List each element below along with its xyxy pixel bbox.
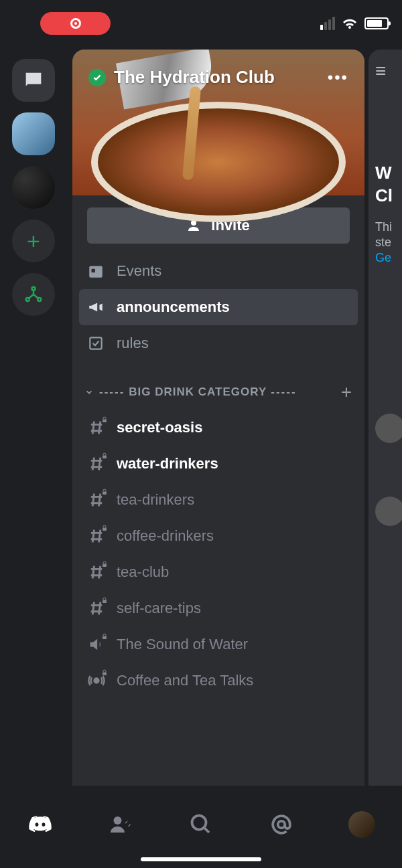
category-header[interactable]: ----- BIG DRINK CATEGORY ----- +: [72, 364, 364, 410]
channel-label: self-care-tips: [117, 600, 201, 617]
lock-icon: [100, 560, 109, 568]
lock-icon: [100, 596, 109, 604]
tab-search[interactable]: [181, 804, 221, 845]
nav-announcements[interactable]: announcements: [79, 289, 358, 325]
lock-icon: [100, 452, 109, 460]
svg-rect-9: [103, 492, 107, 495]
svg-rect-4: [89, 266, 103, 277]
svg-rect-11: [103, 564, 107, 568]
server-rail: +: [0, 54, 67, 316]
channel-label: secret-oasis: [117, 419, 202, 436]
peek-title-1: W: [375, 163, 392, 183]
screen-recording-indicator[interactable]: [40, 12, 111, 35]
peek-sub-1: Thi: [375, 220, 392, 234]
hashtag-icon: [87, 599, 106, 618]
at-icon: [269, 812, 293, 837]
tab-friends[interactable]: [100, 804, 141, 845]
svg-point-17: [192, 816, 206, 830]
server-name: The Hydration Club: [114, 67, 328, 88]
svg-rect-6: [90, 337, 101, 349]
peek-sub-2: ste: [375, 236, 391, 249]
content-peek-panel[interactable]: ≡ WCl ThisteGe: [368, 50, 402, 786]
server-menu-button[interactable]: •••: [328, 68, 348, 87]
direct-messages-button[interactable]: [12, 59, 55, 102]
search-icon: [189, 812, 213, 837]
calendar-icon: [87, 262, 105, 280]
server-banner: The Hydration Club •••: [72, 50, 364, 195]
channel-the-sound-of-water[interactable]: The Sound of Water: [72, 626, 364, 663]
svg-rect-7: [103, 420, 107, 423]
svg-point-2: [38, 298, 41, 301]
server-item-2[interactable]: [12, 166, 55, 209]
hashtag-icon: [87, 454, 106, 473]
svg-point-14: [94, 679, 99, 683]
channel-secret-oasis[interactable]: secret-oasis: [72, 410, 364, 446]
wifi-icon: [342, 15, 358, 31]
record-icon: [70, 18, 81, 29]
user-avatar: [348, 811, 375, 838]
add-channel-button[interactable]: +: [341, 381, 352, 403]
rules-icon: [87, 335, 105, 352]
tab-profile[interactable]: [342, 804, 382, 845]
discord-logo-icon: [27, 811, 54, 838]
channel-coffee-drinkers[interactable]: coffee-drinkers: [72, 518, 364, 554]
speaker-icon: [87, 635, 106, 654]
channel-label: tea-drinkers: [117, 491, 194, 509]
channel-self-care-tips[interactable]: self-care-tips: [72, 590, 364, 626]
home-indicator[interactable]: [141, 857, 261, 861]
category-name: BIG DRINK CATEGORY: [129, 385, 267, 399]
stage-icon: [87, 671, 106, 690]
discover-servers-button[interactable]: [12, 273, 55, 316]
nav-rules[interactable]: rules: [72, 325, 364, 361]
svg-rect-12: [103, 600, 107, 604]
channel-tea-club[interactable]: tea-club: [72, 554, 364, 590]
channel-coffee-and-tea-talks[interactable]: Coffee and Tea Talks: [72, 663, 364, 699]
tab-mentions[interactable]: [261, 804, 302, 845]
channel-label: coffee-drinkers: [117, 527, 214, 545]
verified-badge-icon: [88, 69, 106, 86]
battery-icon: [364, 17, 389, 29]
channel-label: water-drinkers: [117, 455, 218, 472]
hub-icon: [23, 284, 44, 305]
channel-label: Coffee and Tea Talks: [117, 672, 253, 689]
peek-link[interactable]: Ge: [375, 251, 391, 264]
channel-water-drinkers[interactable]: water-drinkers: [72, 446, 364, 482]
svg-rect-13: [103, 636, 107, 640]
status-icons: [320, 15, 389, 31]
hashtag-icon: [87, 491, 106, 509]
nav-list: Events announcements rules: [72, 250, 364, 364]
nav-events[interactable]: Events: [72, 253, 364, 289]
svg-rect-5: [92, 269, 95, 272]
lock-icon: [100, 632, 109, 640]
megaphone-icon: [87, 298, 105, 316]
member-avatar-1[interactable]: [375, 414, 402, 443]
nav-announcements-label: announcements: [117, 298, 230, 316]
chevron-down-icon: [84, 387, 94, 397]
server-item-hydration-club[interactable]: [12, 112, 55, 155]
svg-point-16: [114, 816, 122, 824]
nav-rules-label: rules: [117, 335, 149, 352]
svg-point-0: [32, 287, 36, 290]
chat-bubble-icon: [22, 69, 45, 92]
channel-label: tea-club: [117, 563, 169, 581]
hamburger-icon[interactable]: ≡: [375, 60, 402, 82]
svg-rect-15: [103, 673, 107, 676]
server-header[interactable]: The Hydration Club •••: [72, 67, 364, 88]
nav-events-label: Events: [117, 262, 161, 280]
channel-panel: The Hydration Club ••• Invite Events ann…: [72, 50, 364, 786]
svg-rect-10: [103, 528, 107, 531]
add-server-button[interactable]: +: [12, 220, 55, 262]
hashtag-icon: [87, 527, 106, 545]
tab-home[interactable]: [20, 804, 60, 845]
peek-title-2: Cl: [375, 185, 393, 205]
channel-list: secret-oasiswater-drinkerstea-drinkersco…: [72, 410, 364, 712]
lock-icon: [100, 669, 109, 677]
lock-icon: [100, 416, 109, 424]
person-wave-icon: [109, 812, 133, 837]
cellular-signal-icon: [320, 17, 335, 30]
svg-point-1: [26, 298, 29, 301]
category-dashes-2: -----: [271, 385, 296, 399]
svg-rect-8: [103, 456, 107, 459]
member-avatar-2[interactable]: [375, 497, 402, 526]
channel-tea-drinkers[interactable]: tea-drinkers: [72, 482, 364, 518]
